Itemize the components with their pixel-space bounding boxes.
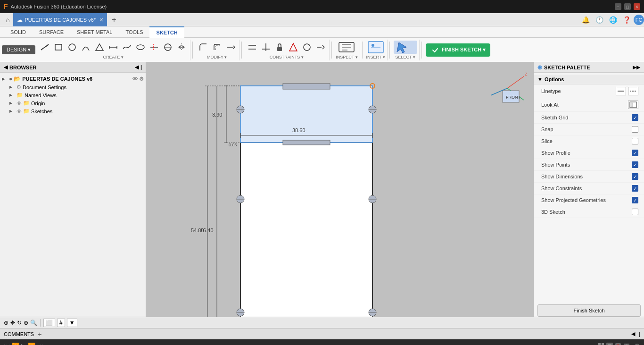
maximize-button[interactable]: □ xyxy=(624,3,631,10)
tab-surface[interactable]: SURFACE xyxy=(33,26,70,38)
tab-sketch[interactable]: SKETCH xyxy=(149,26,184,38)
show-projected-checkbox[interactable] xyxy=(632,197,638,203)
show-constraints-checkbox[interactable] xyxy=(632,185,638,192)
arc-tool-icon[interactable] xyxy=(79,41,92,54)
more-display-btn[interactable]: ▼ xyxy=(67,319,77,327)
ellipse-tool-icon[interactable] xyxy=(134,41,147,54)
anim-prev-frame-btn[interactable]: ⏪ xyxy=(12,343,19,345)
select-tool-icon[interactable] xyxy=(394,41,417,54)
app-title: Autodesk Fusion 360 (Education License) xyxy=(11,4,107,9)
sidebar-collapse-btn[interactable]: ◀ xyxy=(135,64,139,70)
inspect-measure-icon[interactable] xyxy=(337,41,356,54)
anim-next-key-btn[interactable]: ⏭ xyxy=(37,343,43,345)
canvas-move-icon[interactable]: ✥ xyxy=(10,320,15,326)
trim-tool-icon[interactable] xyxy=(148,41,161,54)
select-label[interactable]: SELECT ▾ xyxy=(396,55,415,59)
extend-tool-icon[interactable] xyxy=(224,41,237,54)
origin-eye-icon[interactable]: 👁 xyxy=(17,101,22,106)
palette-expand-btn[interactable]: ▶▶ xyxy=(633,65,640,70)
mirror-tool-icon[interactable] xyxy=(175,41,188,54)
grid-display-btn[interactable]: # xyxy=(57,319,65,327)
line-tool-icon[interactable] xyxy=(38,41,51,54)
insert-label[interactable]: INSERT ▾ xyxy=(366,55,385,59)
tab-solid[interactable]: SOLID xyxy=(4,26,33,38)
inspect-label[interactable]: INSPECT ▾ xyxy=(336,55,357,59)
create-label[interactable]: CREATE ▾ xyxy=(103,55,124,59)
minimize-button[interactable]: − xyxy=(615,3,621,10)
3d-sketch-checkbox[interactable] xyxy=(632,209,638,215)
document-tab[interactable]: ☁ PUEERTAS DE CAJONES v6* × xyxy=(13,13,107,26)
add-tab-button[interactable]: + xyxy=(107,15,121,25)
comments-collapse-btn[interactable]: | xyxy=(639,331,640,337)
triangle-tool-icon[interactable] xyxy=(93,41,106,54)
canvas-area[interactable]: Z FRONT xyxy=(146,62,533,317)
linetype-btn-2[interactable] xyxy=(628,87,638,95)
show-projected-label: Show Projected Geometries xyxy=(541,197,606,203)
sidebar-back-icon[interactable]: ◀ xyxy=(4,64,8,70)
anim-next-frame-btn[interactable]: ⏩ xyxy=(28,343,35,345)
look-at-btn[interactable] xyxy=(628,101,638,109)
constraints-label[interactable]: CONSTRAINTS ▾ xyxy=(270,55,304,59)
anim-prev-key-btn[interactable]: ⏮ xyxy=(4,343,10,345)
fillet-tool-icon[interactable] xyxy=(197,41,210,54)
root-eye-icon[interactable]: 👁 xyxy=(132,76,138,82)
user-avatar[interactable]: FC xyxy=(634,15,644,25)
anim-settings-btn[interactable]: ⚙ xyxy=(634,342,640,345)
canvas-zoom-in-icon[interactable]: ⊕ xyxy=(24,320,28,326)
canvas-orbit-icon[interactable]: ↻ xyxy=(17,320,22,326)
root-settings-icon[interactable]: ⚙ xyxy=(139,76,144,82)
show-dimensions-checkbox[interactable] xyxy=(632,173,638,180)
tab-sheet-metal[interactable]: SHEET METAL xyxy=(70,26,119,38)
sidebar-pin-btn[interactable]: | xyxy=(140,64,142,70)
design-button[interactable]: DESIGN ▾ xyxy=(2,45,35,54)
display-mode-btn[interactable]: ⬜ xyxy=(43,319,55,327)
sidebar-header: ◀ BROWSER ◀ | xyxy=(0,62,146,73)
insert-image-icon[interactable] xyxy=(366,41,385,54)
finish-sketch-button[interactable]: FINISH SKETCH ▾ xyxy=(426,43,490,57)
modify-label[interactable]: MODIFY ▾ xyxy=(207,55,227,59)
linetype-btn-1[interactable] xyxy=(616,87,626,95)
rectangle-tool-icon[interactable] xyxy=(52,41,65,54)
help-icon[interactable]: ❓ xyxy=(620,15,634,25)
tree-item-sketches[interactable]: ▶ 👁 📁 Sketches xyxy=(0,107,146,115)
sketches-folder-icon: 📁 xyxy=(23,108,30,114)
constraint-triangle-icon[interactable] xyxy=(287,41,300,54)
svg-marker-34 xyxy=(397,42,406,53)
options-section-header[interactable]: ▼ Options xyxy=(534,75,644,84)
slice-checkbox[interactable] xyxy=(632,138,638,144)
canvas-zoom-box-icon[interactable]: 🔍 xyxy=(30,320,37,326)
finish-sketch-palette-btn[interactable]: Finish Sketch xyxy=(537,304,641,317)
comments-pin-btn[interactable]: ◀ xyxy=(631,331,635,337)
doc-tab-close[interactable]: × xyxy=(99,16,103,24)
circle-tool-icon[interactable] xyxy=(66,41,79,54)
fusion-home-icon[interactable]: ⌂ xyxy=(2,16,13,24)
constraint-more-icon[interactable] xyxy=(314,41,327,54)
view-cube[interactable]: Z FRONT xyxy=(486,67,528,109)
spline-tool-icon[interactable] xyxy=(120,41,133,54)
constraint-parallel-icon[interactable] xyxy=(246,41,259,54)
snap-checkbox[interactable] xyxy=(632,126,638,133)
canvas-anchor-icon[interactable]: ⊕ xyxy=(4,320,8,326)
constraint-lock-icon[interactable] xyxy=(273,41,286,54)
show-profile-checkbox[interactable] xyxy=(632,150,638,156)
tree-item-named-views[interactable]: ▶ 📁 Named Views xyxy=(0,91,146,99)
offset-tool-icon[interactable] xyxy=(210,41,223,54)
constraint-perp-icon[interactable] xyxy=(259,41,272,54)
constraint-circle-icon[interactable] xyxy=(300,41,314,54)
notification-icon[interactable]: 🔔 xyxy=(579,15,593,25)
close-button[interactable]: × xyxy=(634,3,640,10)
project-tool-icon[interactable] xyxy=(161,41,174,54)
tree-item-root[interactable]: ▶ ● 📂 PUEERTAS DE CAJONES v6 👁 ⚙ xyxy=(0,75,146,83)
tab-tools[interactable]: TOOLS xyxy=(119,26,149,38)
dimension-h-icon[interactable] xyxy=(107,41,120,54)
tree-item-doc-settings[interactable]: ▶ ⚙ Document Settings xyxy=(0,83,146,91)
clock-icon[interactable]: 🕐 xyxy=(593,15,606,25)
doc-tab-title: PUEERTAS DE CAJONES v6* xyxy=(25,17,96,23)
sketch-grid-checkbox[interactable] xyxy=(632,114,638,121)
add-comment-btn[interactable]: + xyxy=(38,330,41,338)
tree-item-origin[interactable]: ▶ 👁 📁 Origin xyxy=(0,99,146,107)
globe-icon[interactable]: 🌐 xyxy=(606,15,620,25)
show-points-checkbox[interactable] xyxy=(632,161,638,168)
anim-play-btn[interactable]: ▶ xyxy=(21,343,26,345)
sketches-eye-icon[interactable]: 👁 xyxy=(17,109,22,114)
